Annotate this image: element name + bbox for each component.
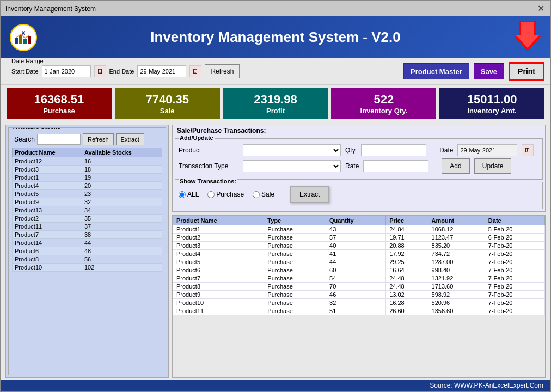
table-row[interactable]: Product8 Purchase 70 24.48 1713.60 7-Feb… bbox=[173, 283, 545, 291]
list-item[interactable]: Product738 bbox=[13, 231, 162, 239]
txn-amount: 1287.00 bbox=[428, 258, 485, 266]
table-header: Type bbox=[264, 216, 326, 225]
date-display: 29-May-2021 bbox=[457, 144, 517, 156]
list-item[interactable]: Product119 bbox=[13, 174, 162, 182]
table-row[interactable]: Product2 Purchase 57 19.71 1123.47 6-Feb… bbox=[173, 234, 545, 242]
product-master-button[interactable]: Product Master bbox=[403, 63, 469, 79]
end-date-input[interactable] bbox=[137, 65, 186, 77]
add-update-group: Add/Update Product Qty. Date 29-May-2021… bbox=[175, 138, 543, 180]
list-item[interactable]: Product648 bbox=[13, 247, 162, 255]
txn-date: 7-Feb-20 bbox=[485, 274, 544, 283]
stock-cell: 56 bbox=[82, 255, 162, 264]
product-name-cell: Product2 bbox=[13, 215, 82, 223]
txn-amount: 835.20 bbox=[428, 242, 485, 250]
list-refresh-button[interactable]: Refresh bbox=[83, 133, 114, 145]
txn-type: Purchase bbox=[264, 266, 326, 274]
txn-qty: 70 bbox=[326, 283, 386, 291]
list-item[interactable]: Product932 bbox=[13, 198, 162, 206]
transactions-table-inner[interactable]: Product NameTypeQuantityPriceAmountDate … bbox=[173, 216, 545, 377]
txn-qty: 43 bbox=[326, 225, 386, 234]
table-row[interactable]: Product5 Purchase 44 29.25 1287.00 7-Feb… bbox=[173, 258, 545, 266]
list-item[interactable]: Product1137 bbox=[13, 223, 162, 231]
end-date-label: End Date bbox=[109, 68, 134, 75]
stat-label: Inventory Qty. bbox=[336, 107, 431, 115]
stock-cell: 16 bbox=[82, 157, 162, 166]
stat-card-inv-amt: 15011.00Inventory Amt. bbox=[439, 88, 544, 119]
txn-date: 7-Feb-20 bbox=[485, 283, 544, 291]
list-item[interactable]: Product856 bbox=[13, 255, 162, 264]
txn-price: 13.02 bbox=[386, 291, 428, 299]
list-item[interactable]: Product318 bbox=[13, 166, 162, 174]
update-button[interactable]: Update bbox=[474, 158, 512, 174]
table-row[interactable]: Product9 Purchase 46 13.02 598.92 7-Feb-… bbox=[173, 291, 545, 299]
arrow-icon bbox=[514, 21, 541, 54]
add-button[interactable]: Add bbox=[442, 158, 469, 174]
list-item[interactable]: Product235 bbox=[13, 215, 162, 223]
app-logo: K bbox=[10, 24, 37, 51]
list-item[interactable]: Product10102 bbox=[13, 264, 162, 272]
table-row[interactable]: Product11 Purchase 51 26.60 1356.60 7-Fe… bbox=[173, 307, 545, 315]
stat-label: Purchase bbox=[12, 107, 106, 115]
table-row[interactable]: Product3 Purchase 40 20.88 835.20 7-Feb-… bbox=[173, 242, 545, 250]
transaction-date-calendar-button[interactable]: 🗓 bbox=[522, 144, 534, 156]
start-date-input[interactable] bbox=[42, 65, 91, 77]
txn-qty: 41 bbox=[326, 250, 386, 258]
txn-type: Purchase bbox=[264, 274, 326, 283]
qty-input[interactable] bbox=[361, 144, 426, 156]
product-select[interactable] bbox=[243, 144, 341, 156]
product-name-cell: Product9 bbox=[13, 198, 82, 206]
search-input[interactable] bbox=[37, 134, 81, 145]
txn-type: Purchase bbox=[264, 307, 326, 315]
close-button[interactable]: ✕ bbox=[536, 4, 546, 14]
txn-date: 7-Feb-20 bbox=[485, 307, 544, 315]
txn-name: Product9 bbox=[173, 291, 264, 299]
table-row[interactable]: Product10 Purchase 32 16.28 520.96 7-Feb… bbox=[173, 299, 545, 307]
transaction-type-select[interactable] bbox=[243, 160, 341, 172]
save-button[interactable]: Save bbox=[474, 63, 504, 79]
svg-rect-2 bbox=[15, 38, 18, 44]
table-row[interactable]: Product6 Purchase 60 16.64 998.40 7-Feb-… bbox=[173, 266, 545, 274]
stat-card-inv-qty: 522Inventory Qty. bbox=[331, 88, 436, 119]
txn-type: Purchase bbox=[264, 225, 326, 234]
table-row[interactable]: Product7 Purchase 54 24.48 1321.92 7-Feb… bbox=[173, 274, 545, 283]
txn-type: Purchase bbox=[264, 258, 326, 266]
main-window: Inventory Management System ✕ K Inventor… bbox=[0, 0, 551, 392]
txn-type: Purchase bbox=[264, 234, 326, 242]
product-name-cell: Product10 bbox=[13, 264, 82, 272]
list-extract-button[interactable]: Extract bbox=[116, 133, 144, 145]
start-date-calendar-button[interactable]: 🗓 bbox=[94, 65, 106, 77]
txn-price: 16.28 bbox=[386, 299, 428, 307]
stock-cell: 44 bbox=[82, 239, 162, 247]
txn-type: Purchase bbox=[264, 250, 326, 258]
print-button[interactable]: Print bbox=[509, 62, 544, 81]
txn-qty: 57 bbox=[326, 234, 386, 242]
toolbar-refresh-button[interactable]: Refresh bbox=[205, 64, 240, 78]
txn-price: 29.25 bbox=[386, 258, 428, 266]
txn-date: 7-Feb-20 bbox=[485, 299, 544, 307]
table-row[interactable]: Product4 Purchase 41 17.92 734.72 7-Feb-… bbox=[173, 250, 545, 258]
table-header: Date bbox=[485, 216, 544, 225]
sale-purchase-title: Sale/Purchase Transactions: bbox=[173, 125, 545, 136]
txn-amount: 998.40 bbox=[428, 266, 485, 274]
show-transactions-extract-button[interactable]: Extract bbox=[290, 186, 329, 203]
end-date-calendar-button[interactable]: 🗓 bbox=[189, 65, 201, 77]
list-item[interactable]: Product523 bbox=[13, 190, 162, 198]
toolbar: Date Range Start Date 🗓 End Date 🗓 Refre… bbox=[1, 58, 550, 85]
radio-all[interactable]: ALL bbox=[179, 191, 199, 198]
txn-date: 5-Feb-20 bbox=[485, 225, 544, 234]
list-item[interactable]: Product420 bbox=[13, 182, 162, 190]
txn-type: Purchase bbox=[264, 299, 326, 307]
radio-sale[interactable]: Sale bbox=[253, 191, 274, 198]
table-row[interactable]: Product1 Purchase 43 24.84 1068.12 5-Feb… bbox=[173, 225, 545, 234]
transaction-type-row: Transaction Type Rate Add Update bbox=[179, 158, 539, 174]
txn-date: 6-Feb-20 bbox=[485, 234, 544, 242]
list-item[interactable]: Product1334 bbox=[13, 206, 162, 215]
stat-value: 2319.98 bbox=[229, 93, 323, 107]
list-item[interactable]: Product1216 bbox=[13, 157, 162, 166]
qty-label: Qty. bbox=[345, 146, 357, 154]
radio-purchase[interactable]: Purchase bbox=[207, 191, 244, 198]
rate-input[interactable] bbox=[363, 160, 428, 172]
table-header: Product Name bbox=[173, 216, 264, 225]
product-name-cell: Product6 bbox=[13, 247, 82, 255]
list-item[interactable]: Product1444 bbox=[13, 239, 162, 247]
